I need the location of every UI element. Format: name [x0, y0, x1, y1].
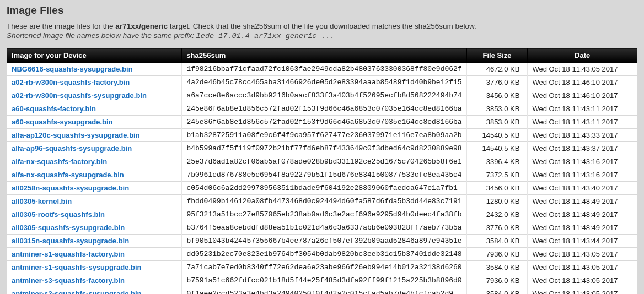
cell-sha: 25e37d6ad1a82cf06ab5af078ade028b9bd33119…: [182, 155, 466, 168]
table-row: alfa-ap120c-squashfs-sysupgrade.binb1ab3…: [7, 129, 637, 142]
cell-size: 3456.0 KB: [466, 182, 528, 195]
sub-text-pre: Shortened image file names below have th…: [7, 31, 196, 40]
table-row: all0258n-squashfs-sysupgrade.binc054d06c…: [7, 182, 637, 195]
cell-name: a60-squashfs-factory.bin: [7, 102, 182, 116]
image-file-link[interactable]: antminer-s3-squashfs-factory.bin: [12, 276, 125, 285]
col-header-date: Date: [528, 48, 637, 63]
cell-date: Wed Oct 18 11:43:40 2017: [528, 182, 637, 195]
image-file-link[interactable]: alfa-nx-squashfs-sysupgrade.bin: [12, 171, 124, 179]
table-row: all0305-rootfs-squashfs.bin95f3213a51bcc…: [7, 208, 637, 221]
intro-text-pre: These are the image files for the: [7, 22, 115, 30]
cell-sha: bf9051043b424457355667b4ee787a26cf507ef3…: [182, 235, 466, 248]
cell-name: all0315n-squashfs-sysupgrade.bin: [7, 235, 182, 248]
cell-name: all0258n-squashfs-sysupgrade.bin: [7, 182, 182, 195]
image-file-link[interactable]: alfa-nx-squashfs-factory.bin: [12, 157, 107, 166]
table-row: alfa-nx-squashfs-factory.bin25e37d6ad1a8…: [7, 155, 637, 168]
table-row: NBG6616-squashfs-sysupgrade.bin1f98216bb…: [7, 63, 637, 76]
cell-sha: b3764f5eaa8cebddfd88ea51b1c021d4a6c3a633…: [182, 221, 466, 235]
cell-name: alfa-ap120c-squashfs-sysupgrade.bin: [7, 129, 182, 142]
cell-name: all0305-kernel.bin: [7, 195, 182, 208]
cell-date: Wed Oct 18 11:43:05 2017: [528, 287, 637, 295]
page-title: Image Files: [7, 4, 637, 17]
image-file-link[interactable]: antminer-s1-squashfs-sysupgrade.bin: [12, 263, 142, 271]
cell-size: 3456.0 KB: [466, 89, 528, 102]
table-row: antminer-s3-squashfs-sysupgrade.bin0f1ae…: [7, 287, 637, 295]
table-row: all0305-squashfs-sysupgrade.binb3764f5ea…: [7, 221, 637, 235]
cell-size: 3584.0 KB: [466, 235, 528, 248]
cell-date: Wed Oct 18 11:43:37 2017: [528, 142, 637, 155]
cell-sha: 0f1aee2ccd523a3e4bd3a24940250f0f4d2a2c01…: [182, 287, 466, 295]
intro-line: These are the image files for the ar71xx…: [7, 22, 637, 30]
cell-date: Wed Oct 18 11:48:49 2017: [528, 208, 637, 221]
cell-name: a02-rb-w300n-squashfs-factory.bin: [7, 76, 182, 89]
table-row: antminer-s1-squashfs-factory.bindd05231b…: [7, 248, 637, 261]
image-file-link[interactable]: alfa-ap96-squashfs-sysupgrade.bin: [12, 144, 132, 153]
sub-line: Shortened image file names below have th…: [7, 31, 637, 40]
cell-name: antminer-s1-squashfs-sysupgrade.bin: [7, 261, 182, 274]
cell-date: Wed Oct 18 11:43:05 2017: [528, 261, 637, 274]
cell-sha: dd05231b2ec70e823e1b9764bf3054b0dab9820b…: [182, 248, 466, 261]
table-row: alfa-ap96-squashfs-sysupgrade.binb4b599a…: [7, 142, 637, 155]
cell-size: 3853.0 KB: [466, 102, 528, 116]
cell-date: Wed Oct 18 11:43:05 2017: [528, 274, 637, 287]
cell-name: antminer-s3-squashfs-factory.bin: [7, 274, 182, 287]
cell-date: Wed Oct 18 11:46:10 2017: [528, 89, 637, 102]
cell-size: 7936.0 KB: [466, 248, 528, 261]
table-row: all0315n-squashfs-sysupgrade.binbf905104…: [7, 235, 637, 248]
image-file-link[interactable]: all0315n-squashfs-sysupgrade.bin: [12, 237, 129, 245]
col-header-sha: sha256sum: [182, 48, 466, 63]
image-file-link[interactable]: a02-rb-w300n-squashfs-sysupgrade.bin: [12, 91, 147, 100]
cell-date: Wed Oct 18 11:43:11 2017: [528, 116, 637, 129]
cell-size: 3584.0 KB: [466, 287, 528, 295]
image-file-link[interactable]: a60-squashfs-sysupgrade.bin: [12, 118, 113, 126]
image-file-link[interactable]: antminer-s3-squashfs-sysupgrade.bin: [12, 290, 142, 294]
cell-size: 2432.0 KB: [466, 208, 528, 221]
image-file-link[interactable]: all0305-kernel.bin: [12, 197, 72, 205]
cell-size: 14540.5 KB: [466, 142, 528, 155]
cell-size: 14540.5 KB: [466, 129, 528, 142]
intro-text-post: target. Check that the sha256sum of the …: [168, 22, 476, 30]
image-file-link[interactable]: a60-squashfs-factory.bin: [12, 105, 96, 113]
table-row: all0305-kernel.binfbdd0499b146120a08fb44…: [7, 195, 637, 208]
table-row: antminer-s1-squashfs-sysupgrade.bin7a71c…: [7, 261, 637, 274]
cell-name: alfa-nx-squashfs-factory.bin: [7, 155, 182, 168]
cell-sha: b7591a51c662fdfcc021b18d5f44e25f485d3dfa…: [182, 274, 466, 287]
image-file-link[interactable]: all0258n-squashfs-sysupgrade.bin: [12, 184, 129, 192]
cell-size: 7372.5 KB: [466, 168, 528, 182]
cell-sha: 95f3213a51bcc27e857065eb238ab0ad6c3e2acf…: [182, 208, 466, 221]
cell-name: a60-squashfs-sysupgrade.bin: [7, 116, 182, 129]
image-files-table: Image for your Device sha256sum File Siz…: [7, 48, 637, 294]
image-file-link[interactable]: a02-rb-w300n-squashfs-factory.bin: [12, 78, 130, 86]
sub-prefix: lede-17.01.4-ar71xx-generic-...: [196, 32, 335, 40]
cell-size: 3584.0 KB: [466, 261, 528, 274]
image-file-link[interactable]: all0305-squashfs-sysupgrade.bin: [12, 224, 125, 232]
table-row: a60-squashfs-factory.bin245e86f6ab8e1d85…: [7, 102, 637, 116]
cell-name: a02-rb-w300n-squashfs-sysupgrade.bin: [7, 89, 182, 102]
cell-date: Wed Oct 18 11:48:49 2017: [528, 195, 637, 208]
cell-size: 3396.4 KB: [466, 155, 528, 168]
cell-date: Wed Oct 18 11:43:44 2017: [528, 235, 637, 248]
cell-size: 1280.0 KB: [466, 195, 528, 208]
image-file-link[interactable]: antminer-s1-squashfs-factory.bin: [12, 250, 125, 258]
table-row: antminer-s3-squashfs-factory.binb7591a51…: [7, 274, 637, 287]
image-file-link[interactable]: alfa-ap120c-squashfs-sysupgrade.bin: [12, 131, 140, 139]
cell-sha: 1f98216bbaf71cfaad72fc1063fae2949cda82b4…: [182, 63, 466, 76]
image-file-link[interactable]: NBG6616-squashfs-sysupgrade.bin: [12, 65, 133, 73]
image-file-link[interactable]: all0305-rootfs-squashfs.bin: [12, 210, 105, 219]
cell-name: all0305-squashfs-sysupgrade.bin: [7, 221, 182, 235]
table-row: alfa-nx-squashfs-sysupgrade.bin7b0961ed8…: [7, 168, 637, 182]
cell-name: antminer-s1-squashfs-factory.bin: [7, 248, 182, 261]
cell-sha: 7a71cab7e7ed0b8340ff72e62dea6e23abe966f2…: [182, 261, 466, 274]
cell-date: Wed Oct 18 11:48:49 2017: [528, 221, 637, 235]
cell-size: 4672.0 KB: [466, 63, 528, 76]
cell-sha: 7b0961ed876788e5e6954f8a92279b51f15d676e…: [182, 168, 466, 182]
table-header-row: Image for your Device sha256sum File Siz…: [7, 48, 637, 63]
cell-date: Wed Oct 18 11:43:05 2017: [528, 248, 637, 261]
col-header-name: Image for your Device: [7, 48, 182, 63]
table-row: a02-rb-w300n-squashfs-sysupgrade.bina6a7…: [7, 89, 637, 102]
cell-sha: 245e86f6ab8e1d856c572fad02f153f9d66c46a6…: [182, 116, 466, 129]
cell-name: all0305-rootfs-squashfs.bin: [7, 208, 182, 221]
cell-date: Wed Oct 18 11:43:11 2017: [528, 102, 637, 116]
cell-size: 3776.0 KB: [466, 76, 528, 89]
cell-sha: c054d06c6a2dd299789563511bdade9f604192e2…: [182, 182, 466, 195]
